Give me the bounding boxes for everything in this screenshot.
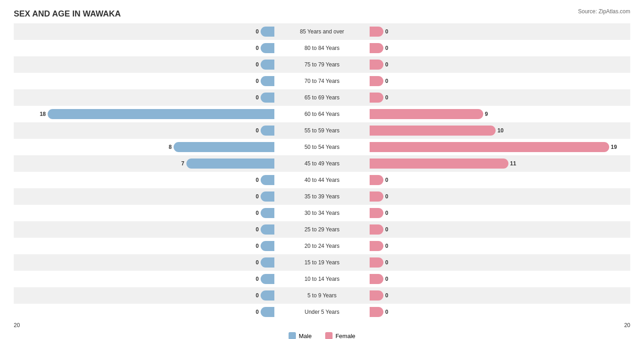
male-bar	[174, 142, 274, 152]
chart-row: 075 to 79 Years0	[14, 56, 630, 73]
left-section: 8	[14, 139, 276, 155]
age-label: 70 to 74 Years	[276, 78, 368, 84]
female-value: 0	[385, 94, 388, 101]
left-section: 0	[14, 287, 276, 304]
female-bar-stub	[370, 191, 383, 202]
male-value: 0	[256, 210, 259, 216]
legend-male: Male	[289, 332, 311, 339]
female-value: 0	[385, 78, 388, 84]
male-value: 0	[256, 94, 259, 101]
female-bar	[370, 109, 483, 119]
female-bar-stub	[370, 241, 383, 251]
left-section: 0	[14, 172, 276, 188]
male-bar-stub	[261, 274, 274, 284]
male-value: 18	[40, 111, 46, 117]
male-bar-stub	[261, 60, 274, 70]
male-bar	[186, 159, 275, 169]
chart-row: 015 to 19 Years0	[14, 254, 630, 271]
chart-row: 1860 to 64 Years9	[14, 106, 630, 122]
female-value: 0	[385, 210, 388, 216]
right-section: 0	[368, 287, 630, 304]
chart-row: 085 Years and over0	[14, 23, 630, 40]
left-section: 0	[14, 304, 276, 320]
male-value: 0	[256, 177, 259, 183]
legend-female-box	[325, 332, 333, 339]
left-section: 0	[14, 221, 276, 238]
right-section: 0	[368, 172, 630, 188]
right-section: 0	[368, 271, 630, 287]
age-label: 60 to 64 Years	[276, 111, 368, 117]
age-label: 15 to 19 Years	[276, 259, 368, 266]
source-text: Source: ZipAtlas.com	[578, 8, 630, 15]
age-label: 10 to 14 Years	[276, 276, 368, 282]
right-section: 0	[368, 40, 630, 56]
male-value: 0	[256, 61, 259, 68]
male-value: 0	[256, 45, 259, 51]
female-value: 0	[385, 243, 388, 249]
chart-row: 080 to 84 Years0	[14, 40, 630, 56]
male-value: 0	[256, 127, 259, 134]
chart-row: 065 to 69 Years0	[14, 89, 630, 106]
right-section: 0	[368, 205, 630, 221]
male-bar	[48, 109, 274, 119]
chart-row: 0Under 5 Years0	[14, 304, 630, 320]
left-section: 0	[14, 188, 276, 205]
age-label: 55 to 59 Years	[276, 127, 368, 134]
right-section: 0	[368, 188, 630, 205]
right-section: 0	[368, 56, 630, 73]
chart-row: 055 to 59 Years10	[14, 122, 630, 139]
female-value: 0	[385, 28, 388, 35]
right-section: 0	[368, 73, 630, 89]
female-value: 19	[611, 144, 617, 150]
left-section: 0	[14, 73, 276, 89]
legend-female: Female	[325, 332, 355, 339]
female-bar-stub	[370, 175, 383, 185]
female-bar-stub	[370, 224, 383, 235]
right-section: 0	[368, 254, 630, 271]
chart-row: 035 to 39 Years0	[14, 188, 630, 205]
female-value: 0	[385, 45, 388, 51]
left-section: 18	[14, 106, 276, 122]
chart-container: SEX AND AGE IN WAWAKA Source: ZipAtlas.c…	[0, 0, 644, 339]
female-bar-stub	[370, 93, 383, 103]
right-section: 0	[368, 89, 630, 106]
male-value: 0	[256, 292, 259, 299]
left-section: 0	[14, 205, 276, 221]
right-section: 0	[368, 304, 630, 320]
female-bar	[370, 142, 609, 152]
female-value: 0	[385, 226, 388, 233]
male-value: 0	[256, 243, 259, 249]
female-bar	[370, 126, 496, 136]
male-bar-stub	[261, 208, 274, 218]
female-value: 9	[485, 111, 488, 117]
female-value: 0	[385, 177, 388, 183]
chart-row: 025 to 29 Years0	[14, 221, 630, 238]
chart-row: 010 to 14 Years0	[14, 271, 630, 287]
female-value: 11	[510, 160, 516, 167]
left-section: 0	[14, 254, 276, 271]
male-bar-stub	[261, 290, 274, 301]
male-bar-stub	[261, 175, 274, 185]
chart-row: 850 to 54 Years19	[14, 139, 630, 155]
female-value: 0	[385, 259, 388, 266]
female-bar-stub	[370, 290, 383, 301]
chart-row: 070 to 74 Years0	[14, 73, 630, 89]
left-section: 0	[14, 271, 276, 287]
right-section: 0	[368, 221, 630, 238]
age-label: 40 to 44 Years	[276, 177, 368, 183]
age-label: 75 to 79 Years	[276, 61, 368, 68]
legend: Male Female	[14, 332, 630, 339]
chart-row: 05 to 9 Years0	[14, 287, 630, 304]
male-value: 0	[256, 78, 259, 84]
age-label: 25 to 29 Years	[276, 226, 368, 233]
male-value: 0	[256, 309, 259, 315]
right-section: 9	[368, 106, 630, 122]
age-label: 80 to 84 Years	[276, 45, 368, 51]
male-value: 0	[256, 259, 259, 266]
age-label: 5 to 9 Years	[276, 292, 368, 299]
female-value: 0	[385, 193, 388, 200]
male-bar-stub	[261, 76, 274, 86]
female-bar-stub	[370, 307, 383, 317]
male-value: 7	[181, 160, 185, 167]
female-value: 0	[385, 292, 388, 299]
